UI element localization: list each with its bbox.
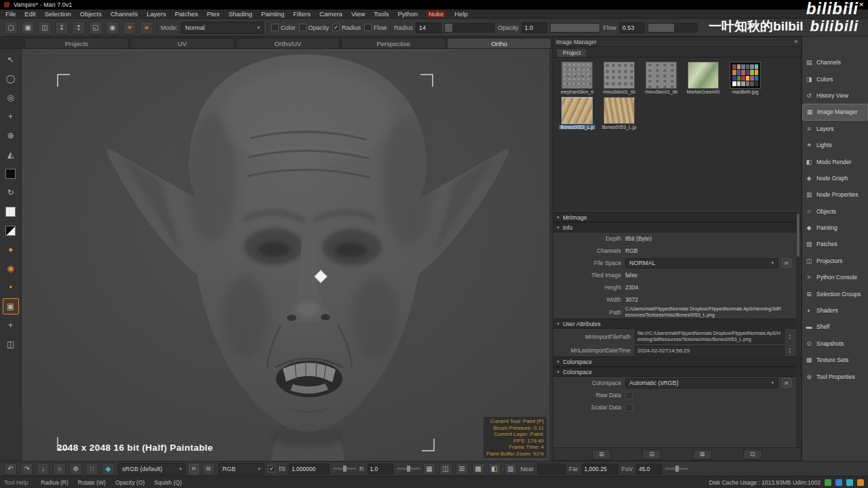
menu-layers[interactable]: Layers [146, 10, 166, 18]
spinner[interactable]: ▲ ▼ [789, 333, 791, 340]
menu-nuke[interactable]: Nuke [427, 10, 446, 18]
colorspace-reset-button[interactable]: R [782, 378, 791, 388]
display-reset-button[interactable]: R [189, 464, 199, 474]
section-user-attributes[interactable]: ▼ User Attributes [553, 319, 801, 329]
tab-ortho-uv[interactable]: Ortho/UV [236, 38, 340, 48]
spin-down-icon[interactable]: ▼ [789, 350, 791, 354]
current-brush-tool[interactable]: ▣ [3, 298, 19, 314]
screenshot-image-button[interactable]: ⊠ [693, 449, 712, 460]
sidebar-item-patches[interactable]: ▨Patches [802, 236, 868, 252]
pan-tool[interactable]: ⊕ [3, 127, 19, 144]
channel-view-dropdown[interactable]: RGB ▾ [218, 463, 264, 475]
histogram-button[interactable]: ≋ [202, 463, 215, 475]
menu-python[interactable]: Python [398, 10, 418, 18]
exposure-slider[interactable] [333, 468, 356, 470]
screenshot-button[interactable]: ◉ [106, 21, 119, 35]
sidebar-item-image-manager[interactable]: ▦Image Manager [802, 104, 868, 120]
symmetry-button[interactable]: ⊕ [69, 463, 82, 475]
flow-slider[interactable] [648, 23, 698, 33]
open-project-button[interactable]: ▣ [21, 21, 35, 35]
foreground-color-swatch[interactable] [3, 165, 19, 182]
section-info[interactable]: ▼ Info [553, 222, 801, 232]
spinner[interactable]: ▲ ▼ [789, 347, 791, 354]
sidebar-item-history-view[interactable]: ↺History View [802, 87, 868, 104]
mirror-toggle-button[interactable]: ▥ [505, 463, 517, 475]
menu-tools[interactable]: Tools [374, 10, 389, 18]
transform-tool[interactable]: + [3, 108, 19, 125]
opacity-slider[interactable] [550, 23, 600, 33]
menu-filters[interactable]: Filters [293, 10, 311, 18]
lighting-button[interactable]: ☀ [123, 21, 136, 35]
wireframe-toggle-button[interactable]: ▦ [423, 463, 436, 475]
sidebar-item-lights[interactable]: ☀Lights [802, 137, 868, 153]
split-view-button[interactable]: ◫ [439, 463, 452, 475]
delete-image-button[interactable]: ⊡ [743, 449, 762, 460]
fov-slider[interactable] [665, 468, 688, 470]
menu-objects[interactable]: Objects [80, 10, 102, 18]
paint-tool[interactable]: ● [3, 241, 19, 258]
menu-help[interactable]: Help [454, 10, 468, 18]
image-manager-header[interactable]: Image Manager ✕ [553, 37, 801, 47]
tab-project[interactable]: Project [556, 48, 587, 57]
airbrush-button[interactable]: ∗ [140, 21, 153, 35]
section-colorspace-outer[interactable]: ▼ Colorspace [553, 357, 801, 367]
menu-edit[interactable]: Edit [24, 10, 35, 18]
thumbnail-bones-2[interactable]: Bones0053_L.jp [599, 97, 639, 129]
tab-projects[interactable]: Projects [24, 38, 129, 48]
properties-scrollbar[interactable] [796, 212, 800, 447]
open-image-button[interactable]: ⊞ [592, 449, 611, 460]
sidebar-item-colors[interactable]: ◨Colors [802, 70, 868, 87]
thumbnail-macbeth[interactable]: macBeth.jpg [726, 62, 765, 94]
sidebar-item-python-console[interactable]: >Python Console [802, 269, 868, 285]
eyedropper-tool[interactable]: ◭ [3, 146, 19, 163]
radius-slider[interactable] [444, 23, 494, 33]
thumbnail-rhino-skin-1[interactable]: rhinoSkin01_tili [599, 62, 639, 94]
swap-colors-swatch[interactable] [3, 222, 19, 239]
opacity-value-field[interactable]: 1.0 [521, 22, 547, 33]
menu-view[interactable]: View [351, 10, 365, 18]
near-field[interactable] [537, 464, 566, 474]
shadow-toggle-button[interactable]: ◧ [488, 463, 501, 475]
sidebar-item-painting[interactable]: ◆Painting [802, 220, 868, 236]
brush-circle-button[interactable]: ○ [53, 463, 66, 475]
sidebar-item-channels[interactable]: ▤Channels [802, 54, 868, 70]
option-radius[interactable]: Radius [332, 24, 361, 31]
flow-checkbox[interactable] [364, 24, 372, 31]
thumbnail-elephant-skin[interactable]: elephantSkin_ti [557, 62, 597, 94]
sidebar-item-projectors[interactable]: ◫Projectors [802, 253, 868, 269]
undo-button[interactable]: ↶ [4, 463, 17, 475]
import-button[interactable]: ↧ [55, 21, 68, 35]
select-tool[interactable]: ↖ [3, 52, 19, 68]
file-space-dropdown[interactable]: NORMAL ▾ [625, 258, 778, 268]
sidebar-item-shelf[interactable]: ▬Shelf [802, 319, 868, 335]
section-colorspace[interactable]: ▼ Colorspace [553, 367, 801, 377]
redo-button[interactable]: ↷ [20, 463, 33, 475]
gain-slider[interactable] [397, 468, 420, 470]
tab-uv[interactable]: UV [130, 38, 235, 48]
viewport-canvas[interactable]: 2048 x 2048 16 bit (Half) Paintable Curr… [22, 49, 549, 461]
colorspace-dropdown[interactable]: Automatic (sRGB) ▾ [625, 378, 778, 388]
raw-data-checkbox[interactable] [625, 392, 633, 399]
section-mriimage[interactable]: ▼ MriImage [553, 212, 801, 222]
opacity-checkbox[interactable] [299, 24, 307, 31]
sidebar-item-snapshots[interactable]: ⊙Snapshots [802, 336, 868, 352]
radius-checkbox[interactable] [332, 24, 340, 31]
panel-close-icon[interactable]: ✕ [793, 39, 798, 45]
sidebar-item-modo-render[interactable]: ◧Modo Render [802, 153, 868, 169]
fov-field[interactable]: 45.0 [636, 464, 662, 474]
menu-ptex[interactable]: Ptex [207, 10, 220, 18]
display-colorspace-dropdown[interactable]: sRGB (default) ▾ [118, 463, 186, 475]
export-button[interactable]: ↥ [72, 21, 85, 35]
pick-color-button[interactable]: ↓ [37, 463, 50, 475]
tab-ortho[interactable]: Ortho [447, 38, 551, 48]
sidebar-item-node-graph[interactable]: ◈Node Graph [802, 170, 868, 186]
thumbnail-rhino-skin-2[interactable]: rhinoSkin01_tili [642, 62, 681, 94]
far-field[interactable]: 1,000.25 [582, 464, 618, 474]
import-datetime-field[interactable]: 2024-02-02T14:56:29 [635, 346, 785, 356]
radius-value-field[interactable]: 14 [416, 22, 441, 33]
marquee-select-tool[interactable]: ◯ [3, 70, 19, 87]
option-opacity[interactable]: Opacity [299, 24, 330, 31]
fstop-checkbox[interactable] [268, 465, 275, 472]
add-paint-target-tool[interactable]: + [3, 317, 19, 333]
sidebar-item-node-properties[interactable]: ▥Node Properties [802, 186, 868, 203]
